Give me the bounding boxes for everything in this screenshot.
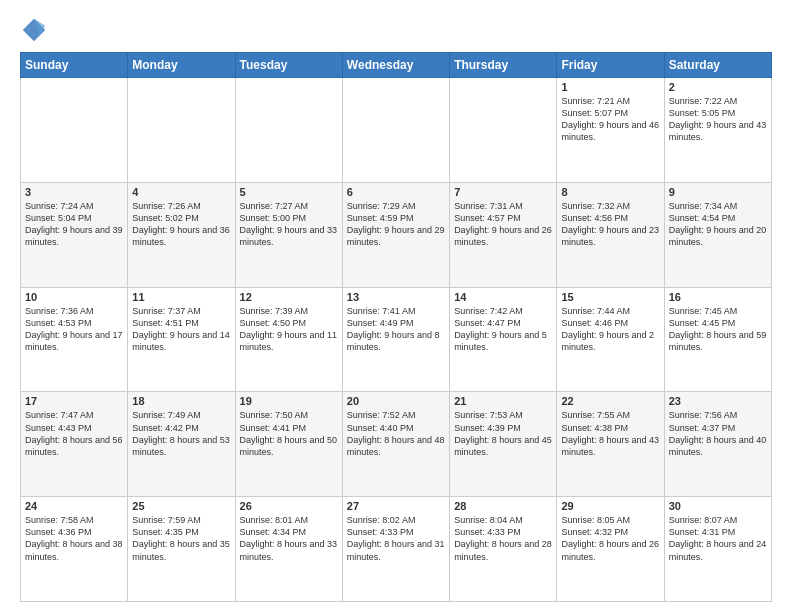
calendar-day-19: 19Sunrise: 7:50 AMSunset: 4:41 PMDayligh…	[235, 392, 342, 497]
calendar-day-18: 18Sunrise: 7:49 AMSunset: 4:42 PMDayligh…	[128, 392, 235, 497]
day-number: 5	[240, 186, 338, 198]
col-header-monday: Monday	[128, 53, 235, 78]
day-info: Sunrise: 7:32 AMSunset: 4:56 PMDaylight:…	[561, 200, 659, 249]
day-number: 1	[561, 81, 659, 93]
day-info: Sunrise: 7:34 AMSunset: 4:54 PMDaylight:…	[669, 200, 767, 249]
calendar-day-11: 11Sunrise: 7:37 AMSunset: 4:51 PMDayligh…	[128, 287, 235, 392]
day-info: Sunrise: 7:50 AMSunset: 4:41 PMDaylight:…	[240, 409, 338, 458]
day-number: 12	[240, 291, 338, 303]
day-number: 16	[669, 291, 767, 303]
day-number: 17	[25, 395, 123, 407]
calendar-header-row: SundayMondayTuesdayWednesdayThursdayFrid…	[21, 53, 772, 78]
day-number: 18	[132, 395, 230, 407]
day-info: Sunrise: 7:53 AMSunset: 4:39 PMDaylight:…	[454, 409, 552, 458]
calendar-empty-cell	[128, 78, 235, 183]
calendar-week-row: 3Sunrise: 7:24 AMSunset: 5:04 PMDaylight…	[21, 182, 772, 287]
day-number: 29	[561, 500, 659, 512]
calendar-week-row: 17Sunrise: 7:47 AMSunset: 4:43 PMDayligh…	[21, 392, 772, 497]
page: SundayMondayTuesdayWednesdayThursdayFrid…	[0, 0, 792, 612]
day-number: 4	[132, 186, 230, 198]
calendar-day-30: 30Sunrise: 8:07 AMSunset: 4:31 PMDayligh…	[664, 497, 771, 602]
day-number: 27	[347, 500, 445, 512]
calendar-day-24: 24Sunrise: 7:58 AMSunset: 4:36 PMDayligh…	[21, 497, 128, 602]
calendar-day-12: 12Sunrise: 7:39 AMSunset: 4:50 PMDayligh…	[235, 287, 342, 392]
calendar-day-13: 13Sunrise: 7:41 AMSunset: 4:49 PMDayligh…	[342, 287, 449, 392]
header	[20, 16, 772, 44]
day-info: Sunrise: 7:42 AMSunset: 4:47 PMDaylight:…	[454, 305, 552, 354]
calendar-day-29: 29Sunrise: 8:05 AMSunset: 4:32 PMDayligh…	[557, 497, 664, 602]
calendar-day-27: 27Sunrise: 8:02 AMSunset: 4:33 PMDayligh…	[342, 497, 449, 602]
calendar-day-3: 3Sunrise: 7:24 AMSunset: 5:04 PMDaylight…	[21, 182, 128, 287]
day-info: Sunrise: 7:29 AMSunset: 4:59 PMDaylight:…	[347, 200, 445, 249]
day-number: 30	[669, 500, 767, 512]
col-header-saturday: Saturday	[664, 53, 771, 78]
day-number: 8	[561, 186, 659, 198]
day-number: 20	[347, 395, 445, 407]
day-number: 9	[669, 186, 767, 198]
day-info: Sunrise: 8:05 AMSunset: 4:32 PMDaylight:…	[561, 514, 659, 563]
col-header-friday: Friday	[557, 53, 664, 78]
day-info: Sunrise: 7:59 AMSunset: 4:35 PMDaylight:…	[132, 514, 230, 563]
day-number: 10	[25, 291, 123, 303]
day-info: Sunrise: 7:22 AMSunset: 5:05 PMDaylight:…	[669, 95, 767, 144]
day-number: 14	[454, 291, 552, 303]
calendar-week-row: 24Sunrise: 7:58 AMSunset: 4:36 PMDayligh…	[21, 497, 772, 602]
calendar-day-5: 5Sunrise: 7:27 AMSunset: 5:00 PMDaylight…	[235, 182, 342, 287]
calendar-day-15: 15Sunrise: 7:44 AMSunset: 4:46 PMDayligh…	[557, 287, 664, 392]
calendar-day-25: 25Sunrise: 7:59 AMSunset: 4:35 PMDayligh…	[128, 497, 235, 602]
day-number: 26	[240, 500, 338, 512]
calendar-day-20: 20Sunrise: 7:52 AMSunset: 4:40 PMDayligh…	[342, 392, 449, 497]
calendar-day-26: 26Sunrise: 8:01 AMSunset: 4:34 PMDayligh…	[235, 497, 342, 602]
day-info: Sunrise: 7:56 AMSunset: 4:37 PMDaylight:…	[669, 409, 767, 458]
day-number: 11	[132, 291, 230, 303]
calendar-empty-cell	[235, 78, 342, 183]
day-info: Sunrise: 7:58 AMSunset: 4:36 PMDaylight:…	[25, 514, 123, 563]
calendar-day-1: 1Sunrise: 7:21 AMSunset: 5:07 PMDaylight…	[557, 78, 664, 183]
day-info: Sunrise: 7:21 AMSunset: 5:07 PMDaylight:…	[561, 95, 659, 144]
day-info: Sunrise: 7:49 AMSunset: 4:42 PMDaylight:…	[132, 409, 230, 458]
day-info: Sunrise: 8:02 AMSunset: 4:33 PMDaylight:…	[347, 514, 445, 563]
calendar-day-4: 4Sunrise: 7:26 AMSunset: 5:02 PMDaylight…	[128, 182, 235, 287]
calendar-day-2: 2Sunrise: 7:22 AMSunset: 5:05 PMDaylight…	[664, 78, 771, 183]
day-info: Sunrise: 7:37 AMSunset: 4:51 PMDaylight:…	[132, 305, 230, 354]
day-number: 23	[669, 395, 767, 407]
day-number: 28	[454, 500, 552, 512]
calendar-day-16: 16Sunrise: 7:45 AMSunset: 4:45 PMDayligh…	[664, 287, 771, 392]
day-info: Sunrise: 7:55 AMSunset: 4:38 PMDaylight:…	[561, 409, 659, 458]
day-number: 21	[454, 395, 552, 407]
calendar-day-6: 6Sunrise: 7:29 AMSunset: 4:59 PMDaylight…	[342, 182, 449, 287]
day-info: Sunrise: 7:39 AMSunset: 4:50 PMDaylight:…	[240, 305, 338, 354]
calendar-day-23: 23Sunrise: 7:56 AMSunset: 4:37 PMDayligh…	[664, 392, 771, 497]
calendar-week-row: 10Sunrise: 7:36 AMSunset: 4:53 PMDayligh…	[21, 287, 772, 392]
day-info: Sunrise: 7:47 AMSunset: 4:43 PMDaylight:…	[25, 409, 123, 458]
day-info: Sunrise: 8:07 AMSunset: 4:31 PMDaylight:…	[669, 514, 767, 563]
calendar-week-row: 1Sunrise: 7:21 AMSunset: 5:07 PMDaylight…	[21, 78, 772, 183]
calendar-day-17: 17Sunrise: 7:47 AMSunset: 4:43 PMDayligh…	[21, 392, 128, 497]
calendar-day-7: 7Sunrise: 7:31 AMSunset: 4:57 PMDaylight…	[450, 182, 557, 287]
day-info: Sunrise: 7:27 AMSunset: 5:00 PMDaylight:…	[240, 200, 338, 249]
col-header-sunday: Sunday	[21, 53, 128, 78]
logo	[20, 16, 52, 44]
day-info: Sunrise: 7:26 AMSunset: 5:02 PMDaylight:…	[132, 200, 230, 249]
day-number: 24	[25, 500, 123, 512]
calendar-day-9: 9Sunrise: 7:34 AMSunset: 4:54 PMDaylight…	[664, 182, 771, 287]
calendar-day-10: 10Sunrise: 7:36 AMSunset: 4:53 PMDayligh…	[21, 287, 128, 392]
calendar-empty-cell	[450, 78, 557, 183]
calendar-table: SundayMondayTuesdayWednesdayThursdayFrid…	[20, 52, 772, 602]
day-number: 7	[454, 186, 552, 198]
col-header-tuesday: Tuesday	[235, 53, 342, 78]
day-number: 25	[132, 500, 230, 512]
day-number: 13	[347, 291, 445, 303]
calendar-day-22: 22Sunrise: 7:55 AMSunset: 4:38 PMDayligh…	[557, 392, 664, 497]
day-info: Sunrise: 8:01 AMSunset: 4:34 PMDaylight:…	[240, 514, 338, 563]
calendar-day-28: 28Sunrise: 8:04 AMSunset: 4:33 PMDayligh…	[450, 497, 557, 602]
calendar-empty-cell	[342, 78, 449, 183]
col-header-thursday: Thursday	[450, 53, 557, 78]
calendar-day-8: 8Sunrise: 7:32 AMSunset: 4:56 PMDaylight…	[557, 182, 664, 287]
day-number: 15	[561, 291, 659, 303]
day-info: Sunrise: 7:31 AMSunset: 4:57 PMDaylight:…	[454, 200, 552, 249]
day-number: 3	[25, 186, 123, 198]
logo-icon	[20, 16, 48, 44]
day-info: Sunrise: 7:44 AMSunset: 4:46 PMDaylight:…	[561, 305, 659, 354]
day-info: Sunrise: 8:04 AMSunset: 4:33 PMDaylight:…	[454, 514, 552, 563]
